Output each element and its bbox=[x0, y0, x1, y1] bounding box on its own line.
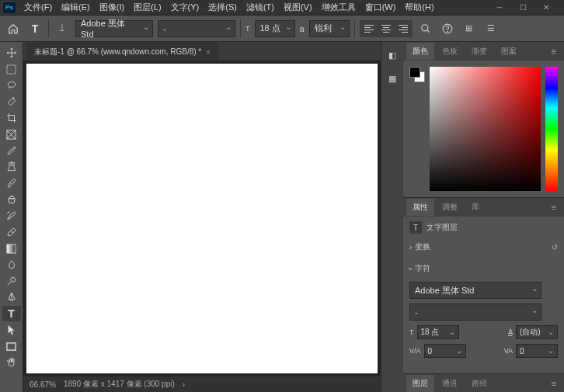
menu-type[interactable]: 文字(Y) bbox=[167, 0, 204, 15]
arrange-icon[interactable]: ⊞ bbox=[461, 20, 478, 37]
panel-menu-icon[interactable]: ≡ bbox=[547, 47, 561, 56]
menu-edit[interactable]: 编辑(E) bbox=[57, 0, 94, 15]
menu-filter[interactable]: 滤镜(T) bbox=[242, 0, 278, 15]
eyedropper-tool[interactable] bbox=[2, 143, 21, 158]
props-size-input[interactable]: 18 点 bbox=[417, 325, 459, 339]
pen-tool[interactable] bbox=[2, 290, 21, 305]
options-bar: T ⟘ Adobe 黑体 Std - T 18 点 a 锐利 ⊞ ☰ bbox=[0, 16, 564, 42]
crop-tool[interactable] bbox=[2, 110, 21, 126]
svg-rect-5 bbox=[383, 27, 389, 28]
move-tool[interactable] bbox=[2, 45, 21, 61]
close-icon[interactable]: × bbox=[206, 48, 211, 57]
healing-brush-tool[interactable] bbox=[2, 159, 21, 175]
svg-rect-3 bbox=[364, 32, 371, 33]
panel-menu-icon[interactable]: ≡ bbox=[547, 203, 561, 212]
collapsed-panel-icon[interactable]: ◧ bbox=[384, 47, 401, 64]
reset-icon[interactable]: ↺ bbox=[552, 243, 558, 252]
svg-rect-2 bbox=[364, 29, 374, 30]
menu-plugins[interactable]: 增效工具 bbox=[318, 0, 360, 15]
document-area: 未标题-1 @ 66.7% (www.qndown.com, RGB/8) * … bbox=[23, 42, 381, 392]
anti-alias-label: a bbox=[300, 24, 305, 33]
type-tool-icon[interactable]: T bbox=[26, 20, 44, 37]
tab-swatches[interactable]: 色板 bbox=[436, 43, 464, 60]
canvas-viewport[interactable] bbox=[23, 61, 381, 376]
foreground-color-swatch[interactable] bbox=[409, 67, 420, 78]
props-kerning-input[interactable]: 0 bbox=[424, 344, 466, 358]
document-tabs: 未标题-1 @ 66.7% (www.qndown.com, RGB/8) * … bbox=[23, 42, 381, 61]
canvas[interactable] bbox=[26, 64, 378, 373]
tab-properties[interactable]: 属性 bbox=[406, 199, 434, 216]
zoom-level[interactable]: 66.67% bbox=[30, 380, 56, 389]
blur-tool[interactable] bbox=[2, 257, 21, 272]
svg-rect-10 bbox=[399, 29, 408, 30]
collapsed-panel-icon[interactable]: ▦ bbox=[384, 70, 401, 87]
props-leading-input[interactable]: (自动) bbox=[516, 325, 558, 339]
tab-patterns[interactable]: 图案 bbox=[495, 43, 523, 60]
marquee-tool[interactable] bbox=[2, 61, 21, 77]
color-panel: 颜色 色板 渐变 图案 ≡ bbox=[403, 42, 564, 197]
frame-tool[interactable] bbox=[2, 127, 21, 142]
svg-line-13 bbox=[426, 29, 429, 32]
svg-rect-1 bbox=[364, 27, 371, 28]
tool-panel: T bbox=[0, 42, 23, 392]
close-button[interactable]: ✕ bbox=[538, 2, 555, 14]
align-left-button[interactable] bbox=[361, 22, 377, 36]
align-right-button[interactable] bbox=[395, 22, 411, 36]
props-style-dropdown[interactable]: - bbox=[409, 304, 541, 321]
tracking-icon: VA bbox=[504, 347, 513, 355]
align-center-button[interactable] bbox=[378, 22, 394, 36]
font-family-dropdown[interactable]: Adobe 黑体 Std bbox=[75, 20, 153, 37]
menu-select[interactable]: 选择(S) bbox=[204, 0, 241, 15]
properties-panel: 属性 调整 库 ≡ T 文字图层 变换 ↺ bbox=[403, 197, 564, 373]
tab-libraries[interactable]: 库 bbox=[465, 199, 486, 216]
props-font-dropdown[interactable]: Adobe 黑体 Std bbox=[409, 282, 541, 299]
menu-file[interactable]: 文件(F) bbox=[20, 0, 56, 15]
menu-image[interactable]: 图像(I) bbox=[96, 0, 128, 15]
minimize-button[interactable]: ─ bbox=[491, 2, 508, 14]
help-icon[interactable] bbox=[439, 20, 456, 37]
panel-menu-icon[interactable]: ≡ bbox=[547, 379, 561, 388]
brush-tool[interactable] bbox=[2, 175, 21, 191]
props-tracking-input[interactable]: 0 bbox=[516, 344, 558, 358]
eraser-tool[interactable] bbox=[2, 224, 21, 240]
font-style-dropdown[interactable]: - bbox=[158, 20, 235, 37]
transform-section[interactable]: 变换 ↺ bbox=[409, 238, 558, 255]
menu-layer[interactable]: 图层(L) bbox=[130, 0, 165, 15]
font-size-dropdown[interactable]: 18 点 bbox=[255, 20, 295, 37]
home-button[interactable] bbox=[5, 20, 22, 37]
gradient-tool[interactable] bbox=[2, 241, 21, 256]
magic-wand-tool[interactable] bbox=[2, 94, 21, 109]
right-panels: ◧ ▦ 颜色 色板 渐变 图案 ≡ bbox=[381, 42, 564, 392]
menu-window[interactable]: 窗口(W) bbox=[361, 0, 400, 15]
clone-stamp-tool[interactable] bbox=[2, 192, 21, 207]
hand-tool[interactable] bbox=[2, 355, 21, 370]
text-orientation-button[interactable]: ⟘ bbox=[54, 20, 71, 37]
text-align-group bbox=[360, 20, 413, 37]
tab-paths[interactable]: 路径 bbox=[465, 375, 493, 392]
lasso-tool[interactable] bbox=[2, 78, 21, 93]
anti-alias-dropdown[interactable]: 锐利 bbox=[309, 20, 350, 37]
layers-panel: 图层 通道 路径 ≡ bbox=[403, 373, 564, 392]
menu-view[interactable]: 视图(V) bbox=[280, 0, 316, 15]
dodge-tool[interactable] bbox=[2, 273, 21, 289]
status-chevron-icon[interactable]: › bbox=[183, 380, 185, 389]
maximize-button[interactable]: ☐ bbox=[514, 2, 531, 14]
document-tab[interactable]: 未标题-1 @ 66.7% (www.qndown.com, RGB/8) * … bbox=[26, 43, 218, 61]
tab-gradients[interactable]: 渐变 bbox=[465, 43, 493, 60]
tab-adjustments[interactable]: 调整 bbox=[436, 199, 464, 216]
search-icon[interactable] bbox=[417, 20, 434, 37]
fg-bg-swatch[interactable] bbox=[409, 67, 425, 82]
history-brush-tool[interactable] bbox=[2, 208, 21, 224]
tab-channels[interactable]: 通道 bbox=[436, 375, 464, 392]
rectangle-tool[interactable] bbox=[2, 338, 21, 354]
transform-label: 变换 bbox=[415, 241, 430, 252]
color-field[interactable] bbox=[430, 67, 541, 191]
menu-help[interactable]: 帮助(H) bbox=[401, 0, 437, 15]
character-section[interactable]: 字符 bbox=[409, 260, 558, 277]
tab-layers[interactable]: 图层 bbox=[406, 375, 434, 392]
workspace-icon[interactable]: ☰ bbox=[482, 20, 500, 37]
tab-color[interactable]: 颜色 bbox=[406, 43, 434, 60]
path-selection-tool[interactable] bbox=[2, 322, 21, 338]
hue-slider[interactable] bbox=[545, 67, 558, 191]
type-tool[interactable]: T bbox=[2, 306, 21, 321]
